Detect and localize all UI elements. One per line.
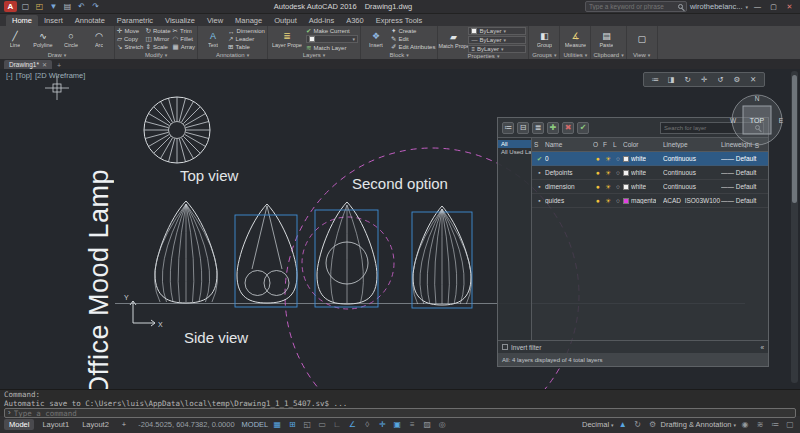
command-input[interactable] — [14, 409, 792, 418]
model-space-button[interactable]: MODEL — [242, 420, 269, 429]
layer-properties-button[interactable]: ≣Layer Properties — [270, 31, 304, 48]
minimize-button[interactable]: — — [751, 1, 764, 12]
workspace-switcher[interactable]: ⚙Drafting & Annotation▾ — [647, 419, 736, 431]
snap-icon[interactable]: ⊞ — [286, 419, 298, 431]
set-current-layer-icon[interactable]: ✔ — [577, 122, 589, 134]
orbit-icon[interactable]: ↺ — [715, 74, 726, 85]
edit-attributes-button[interactable]: ✐Edit Attributes — [391, 44, 435, 51]
ribbon-tab-addins[interactable]: Add-ins — [303, 15, 340, 26]
command-input-row[interactable]: › — [4, 408, 796, 418]
filter-all-used[interactable]: All Used Layers — [498, 148, 531, 156]
drawing-canvas[interactable]: Y X [-] [Top] [2D Wireframe] Office Mood… — [0, 69, 800, 389]
account-caret-icon[interactable]: ▾ — [745, 4, 748, 10]
canvas-scrollbar[interactable] — [791, 71, 798, 383]
layer-dropdown[interactable]: ▾ — [306, 35, 358, 43]
plot-icon[interactable]: ▤ — [62, 1, 73, 12]
mirror-button[interactable]: ◫Mirror — [145, 36, 170, 43]
search-input[interactable] — [589, 3, 675, 10]
grid-icon[interactable]: ▦ — [271, 419, 283, 431]
layer-freeze-icon[interactable]: ☀ — [603, 183, 613, 191]
autohide-icon[interactable]: ◨ — [666, 74, 677, 85]
selection-cycling-icon[interactable]: ◎ — [436, 419, 448, 431]
ribbon-tab-annotate[interactable]: Annotate — [69, 15, 111, 26]
lineweight-dropdown[interactable]: ≡ByLayer▾ — [468, 45, 526, 53]
panel-label-annotation[interactable]: Annotation▾ — [200, 51, 265, 59]
layer-color-swatch[interactable] — [623, 156, 629, 162]
trim-button[interactable]: ✂Trim — [173, 28, 196, 35]
match-properties-button[interactable]: ▰Match Properties — [440, 32, 466, 49]
viewport-style-control[interactable]: [2D Wireframe] — [35, 71, 85, 80]
layer-lock-icon[interactable]: ○ — [613, 169, 623, 176]
object-snap-tracking-icon[interactable]: ✛ — [376, 419, 388, 431]
ribbon-tab-output[interactable]: Output — [268, 15, 303, 26]
edit-block-button[interactable]: ✎Edit — [391, 36, 435, 43]
search-icon[interactable] — [678, 4, 683, 9]
layout2-tab[interactable]: Layout2 — [77, 419, 114, 430]
rotate-button[interactable]: ↻Rotate — [145, 28, 170, 35]
panel-label-layers[interactable]: Layers▾ — [270, 51, 358, 59]
layer-lock-icon[interactable]: ○ — [613, 197, 623, 204]
ribbon-tab-visualize[interactable]: Visualize — [159, 15, 201, 26]
new-property-filter-icon[interactable]: ≔ — [502, 122, 514, 134]
infer-constraints-icon[interactable]: ◱ — [301, 419, 313, 431]
new-group-filter-icon[interactable]: ⊟ — [517, 122, 529, 134]
ribbon-tab-home[interactable]: Home — [6, 15, 38, 26]
panel-label-view[interactable]: View▾ — [629, 51, 655, 59]
polar-tracking-icon[interactable]: ∠ — [346, 419, 358, 431]
layer-color-swatch[interactable] — [623, 198, 629, 204]
layer-lock-icon[interactable]: ○ — [613, 183, 623, 190]
arc-button[interactable]: ◠Arc — [86, 31, 112, 48]
layer-row[interactable]: ✔ 0 ● ☀ ○ white Continuous —— Default — [532, 152, 768, 166]
line-button[interactable]: ╱Line — [2, 31, 28, 48]
create-block-button[interactable]: ✦Create — [391, 28, 435, 35]
new-file-icon[interactable]: ▢ — [20, 1, 31, 12]
file-tab-drawing1[interactable]: Drawing1*✕ — [4, 60, 52, 69]
linetype-dropdown[interactable]: —ByLayer▾ — [468, 36, 526, 44]
infocenter-search[interactable] — [585, 1, 687, 12]
dynamic-input-icon[interactable]: ▭ — [316, 419, 328, 431]
layer-freeze-icon[interactable]: ☀ — [603, 155, 613, 163]
make-current-button[interactable]: ✔Make Current — [306, 27, 358, 34]
viewport-view-control[interactable]: [Top] — [16, 71, 32, 80]
layer-color-swatch[interactable] — [623, 170, 629, 176]
scrollbar-thumb[interactable] — [792, 75, 797, 203]
isolate-objects-icon[interactable]: ◉ — [739, 419, 751, 431]
autocad-logo-icon[interactable]: A — [4, 1, 17, 12]
undo-icon[interactable]: ↶ — [76, 1, 87, 12]
viewport-menu-control[interactable]: [-] — [6, 71, 13, 80]
polyline-button[interactable]: ∿Polyline — [30, 31, 56, 48]
lineweight-display-icon[interactable]: ≡ — [406, 419, 418, 431]
ribbon-tab-express-tools[interactable]: Express Tools — [370, 15, 429, 26]
invert-filter-checkbox[interactable] — [502, 344, 508, 350]
group-button[interactable]: ◧Group — [531, 31, 557, 48]
panel-label-clipboard[interactable]: Clipboard▾ — [593, 51, 623, 59]
dimension-button[interactable]: ↔Dimension — [228, 28, 265, 35]
scale-button[interactable]: ⇕Scale — [145, 44, 170, 51]
layer-on-icon[interactable]: ● — [593, 169, 603, 176]
layer-row[interactable]: ▪ dimension ● ☀ ○ white Continuous —— De… — [532, 180, 768, 194]
collapse-tree-icon[interactable]: « — [760, 344, 764, 351]
isodraft-icon[interactable]: ◊ — [361, 419, 373, 431]
open-file-icon[interactable]: ◰ — [34, 1, 45, 12]
customization-icon[interactable]: ≔ — [769, 419, 781, 431]
layer-freeze-icon[interactable]: ☀ — [603, 197, 613, 205]
panel-label-block[interactable]: Block▾ — [363, 51, 435, 59]
panel-label-modify[interactable]: Modify▾ — [117, 51, 195, 59]
close-tab-icon[interactable]: ✕ — [42, 61, 47, 68]
layer-color-swatch[interactable] — [623, 184, 629, 190]
ribbon-tab-parametric[interactable]: Parametric — [111, 15, 159, 26]
viewcube[interactable]: TOP N W E S — [728, 91, 786, 149]
paste-button[interactable]: ▤Paste — [593, 31, 619, 48]
copy-button[interactable]: ▱Copy — [117, 36, 143, 43]
autoscale-icon[interactable]: ↻ — [632, 419, 644, 431]
ribbon-tab-view[interactable]: View — [201, 15, 229, 26]
layer-lock-icon[interactable]: ○ — [613, 155, 623, 162]
pan-icon[interactable]: ✛ — [699, 74, 710, 85]
redo-icon[interactable]: ↷ — [90, 1, 101, 12]
match-layer-button[interactable]: ≋Match Layer — [306, 44, 358, 51]
layer-states-icon[interactable]: ≣ — [532, 122, 544, 134]
panel-label-draw[interactable]: Draw▾ — [2, 51, 112, 59]
new-layout-button[interactable]: + — [117, 419, 131, 430]
text-button[interactable]: AText — [200, 31, 226, 48]
fillet-button[interactable]: ◠Fillet — [173, 36, 196, 43]
